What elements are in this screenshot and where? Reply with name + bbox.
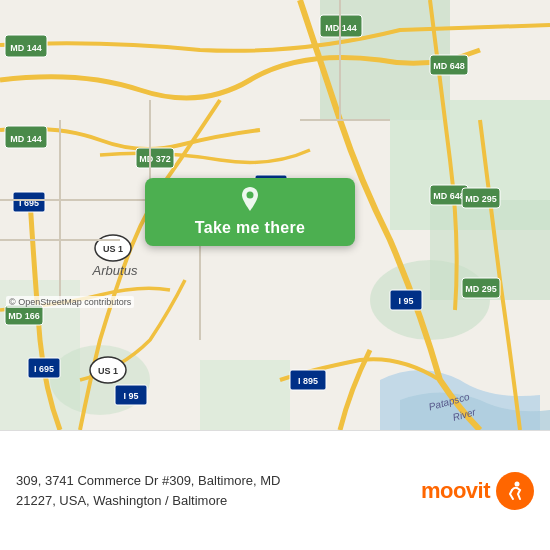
moovit-icon-circle (496, 472, 534, 510)
map-container: MD 144 MD 144 MD 144 US 1 US 1 I 695 I 9… (0, 0, 550, 430)
svg-text:MD 648: MD 648 (433, 61, 465, 71)
take-me-there-label: Take me there (195, 219, 305, 237)
osm-attribution: © OpenStreetMap contributors (6, 296, 134, 308)
svg-text:MD 295: MD 295 (465, 194, 497, 204)
svg-text:MD 144: MD 144 (10, 134, 42, 144)
attribution-text: © OpenStreetMap contributors (9, 297, 131, 307)
svg-text:I 95: I 95 (398, 296, 413, 306)
info-text-block: 309, 3741 Commerce Dr #309, Baltimore, M… (16, 471, 409, 510)
svg-text:MD 144: MD 144 (10, 43, 42, 53)
svg-text:I 95: I 95 (123, 391, 138, 401)
address-line2-text: 21227, USA, Washington / Baltimore (16, 493, 227, 508)
svg-point-53 (247, 192, 254, 199)
moovit-person-icon (504, 480, 526, 502)
address-line: 309, 3741 Commerce Dr #309, Baltimore, M… (16, 471, 409, 510)
take-me-there-button[interactable]: Take me there (145, 178, 355, 246)
svg-text:MD 295: MD 295 (465, 284, 497, 294)
moovit-logo: moovit (421, 472, 534, 510)
address-text: 309, 3741 Commerce Dr #309, Baltimore, M… (16, 473, 280, 488)
svg-text:US 1: US 1 (103, 244, 123, 254)
svg-text:US 1: US 1 (98, 366, 118, 376)
moovit-logo-text: moovit (421, 478, 490, 504)
location-pin-icon (238, 187, 262, 215)
svg-text:MD 372: MD 372 (139, 154, 171, 164)
svg-rect-6 (200, 360, 290, 430)
svg-text:MD 166: MD 166 (8, 311, 40, 321)
svg-text:Arbutus: Arbutus (92, 263, 138, 278)
svg-text:I 895: I 895 (298, 376, 318, 386)
svg-text:MD 648: MD 648 (433, 191, 465, 201)
svg-text:I 695: I 695 (34, 364, 54, 374)
svg-point-54 (515, 481, 520, 486)
info-bar: 309, 3741 Commerce Dr #309, Baltimore, M… (0, 430, 550, 550)
